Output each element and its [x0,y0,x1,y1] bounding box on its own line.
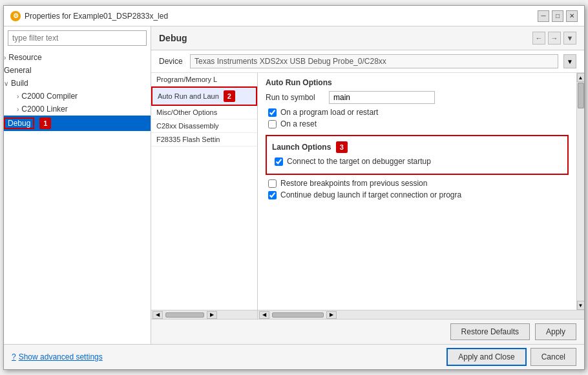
connect-target-label: Connect to the target on debugger startu… [287,157,431,166]
right-scroll-left-button[interactable]: ◀ [259,311,269,319]
scroll-up-button[interactable]: ▲ [577,73,585,82]
filter-input[interactable] [8,30,147,46]
checkbox-program-load: On a program load or restart [266,108,569,117]
arrow-icon: › [17,106,19,113]
back-button[interactable]: ← [532,32,545,45]
checkbox-restore-breakpoints: Restore breakpoints from previous sessio… [266,179,569,188]
minimize-button[interactable]: ─ [538,10,549,22]
sidebar-item-label: Build [11,79,28,88]
show-advanced-label: Show advanced settings [19,352,103,361]
scroll-down-button[interactable]: ▼ [577,301,585,310]
right-scrollbar: ▲ ▼ [576,73,584,310]
scroll-thumb[interactable] [578,83,584,108]
scroll-left-section: ◀ ▶ [151,310,258,319]
scroll-right-section: ◀ ▶ [258,310,584,319]
device-label: Device [159,57,185,66]
sidebar-item-c2000-linker[interactable]: › C2000 Linker [4,103,151,116]
sidebar-item-debug[interactable]: Debug 1 [4,116,151,131]
content-area: Program/Memory L Auto Run and Laun 2 Mis… [151,73,584,310]
sidebar-item-label: C2000 Linker [21,105,67,114]
list-item-misc-options[interactable]: Misc/Other Options [151,106,257,119]
dialog-title: Properties for Example01_DSP2833x_led [25,12,168,21]
run-to-symbol-row: Run to symbol [266,91,569,104]
arrow-icon: › [17,93,19,100]
left-panel: › Resource General ∨ Build › C2000 Compi… [4,26,151,344]
cancel-button[interactable]: Cancel [530,348,576,366]
on-reset-label: On a reset [280,119,317,128]
device-row: Device ▼ [151,50,584,73]
apply-button[interactable]: Apply [535,323,576,340]
question-icon: ? [12,352,16,361]
left-scroll-right-button[interactable]: ▶ [207,311,217,319]
bottom-bar: Restore Defaults Apply [151,319,584,344]
scroll-track [577,82,585,301]
sidebar-item-label: C2000 Compiler [21,92,78,101]
connect-target-checkbox[interactable] [275,157,283,166]
app-icon: ⚙ [10,11,21,21]
list-item-f28335-flash[interactable]: F28335 Flash Settin [151,133,257,147]
checkbox-connect-target: Connect to the target on debugger startu… [272,157,562,166]
annotation-num2: 2 [224,90,235,102]
title-bar: ⚙ Properties for Example01_DSP2833x_led … [4,6,584,26]
checkbox-on-reset: On a reset [266,119,569,128]
sidebar-item-label: Debug [8,119,30,128]
detail-wrapper: Auto Run Options Run to symbol On a prog… [258,73,584,310]
sidebar-item-label: General [4,66,32,75]
sidebar-item-resource[interactable]: › Resource [4,51,151,64]
show-advanced-link[interactable]: ? Show advanced settings [12,352,103,361]
annotation-num3: 3 [336,141,348,153]
maximize-button[interactable]: □ [552,10,563,22]
footer-bar: ? Show advanced settings Apply and Close… [4,344,584,369]
apply-and-close-button[interactable]: Apply and Close [446,348,526,366]
program-load-checkbox[interactable] [268,108,277,117]
list-item-auto-run[interactable]: Auto Run and Laun 2 [151,86,257,106]
device-dropdown-button[interactable]: ▼ [563,54,576,68]
forward-button[interactable]: → [548,32,561,45]
continue-debug-label: Continue debug launch if target connecti… [280,190,461,199]
arrow-icon: ∨ [4,80,8,87]
sidebar-item-general[interactable]: General [4,64,151,77]
main-content: › Resource General ∨ Build › C2000 Compi… [4,26,584,344]
debug-selected-highlight: Debug [4,117,34,129]
auto-run-section-header: Auto Run Options [266,78,569,87]
on-reset-checkbox[interactable] [268,120,277,128]
list-item-c28xx-disassembly[interactable]: C28xx Disassembly [151,119,257,133]
run-to-symbol-input[interactable] [329,91,435,104]
continue-debug-checkbox[interactable] [268,191,277,199]
nav-tree: › Resource General ∨ Build › C2000 Compi… [4,50,151,344]
launch-section-header: Launch Options 3 [272,141,562,153]
title-buttons: ─ □ ✕ [538,10,578,22]
restore-defaults-button[interactable]: Restore Defaults [450,323,530,340]
sidebar-item-build[interactable]: ∨ Build [4,77,151,90]
restore-breakpoints-checkbox[interactable] [268,179,277,188]
list-item-program-memory[interactable]: Program/Memory L [151,73,257,86]
right-header: Debug ← → ▼ [151,26,584,50]
launch-options-box: Launch Options 3 Connect to the target o… [266,135,569,175]
right-scroll-thumb[interactable] [272,312,324,318]
program-load-label: On a program load or restart [280,108,378,117]
run-to-symbol-label: Run to symbol [266,93,324,102]
right-scroll-right-button[interactable]: ▶ [326,311,337,319]
dialog-window: ⚙ Properties for Example01_DSP2833x_led … [3,5,585,370]
close-button[interactable]: ✕ [566,10,578,22]
left-scroll-thumb[interactable] [165,312,204,318]
right-panel: Debug ← → ▼ Device ▼ Program/Memory L [151,26,584,344]
arrow-icon: › [4,54,6,61]
footer-right-buttons: Apply and Close Cancel [446,348,576,366]
title-bar-left: ⚙ Properties for Example01_DSP2833x_led [10,11,168,21]
annotation-num1: 1 [39,117,51,129]
left-scroll-left-button[interactable]: ◀ [152,311,163,319]
split-scrollbar: ◀ ▶ ◀ ▶ [151,310,584,319]
header-nav: ← → ▼ [532,32,576,45]
checkbox-continue-debug: Continue debug launch if target connecti… [266,190,569,199]
content-list: Program/Memory L Auto Run and Laun 2 Mis… [151,73,258,310]
restore-breakpoints-label: Restore breakpoints from previous sessio… [280,179,427,188]
sidebar-item-c2000-compiler[interactable]: › C2000 Compiler [4,90,151,103]
device-input[interactable] [190,54,558,68]
section-title: Debug [159,33,187,43]
sidebar-item-label: Resource [8,53,41,62]
content-detail: Auto Run Options Run to symbol On a prog… [258,73,576,310]
dropdown-button[interactable]: ▼ [563,32,576,45]
